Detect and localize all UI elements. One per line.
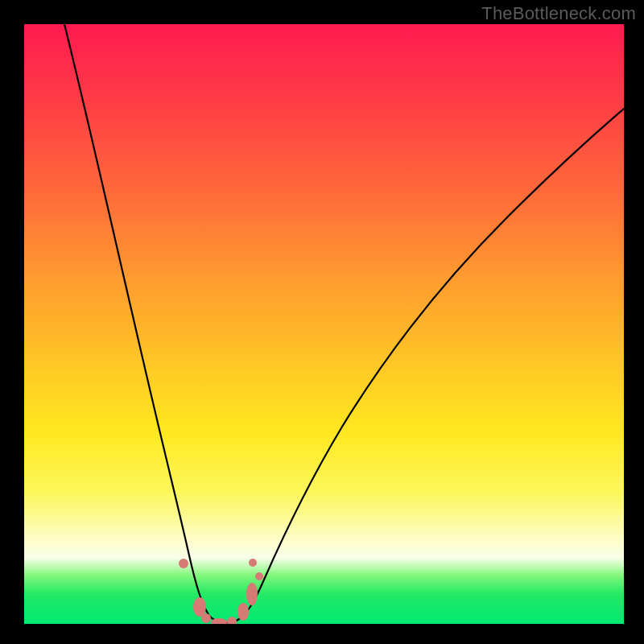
watermark-text: TheBottleneck.com	[481, 3, 636, 24]
marker-dot	[179, 559, 188, 568]
plot-area	[24, 24, 624, 624]
bottleneck-curve-svg	[24, 24, 624, 624]
marker-dot	[227, 617, 237, 624]
chart-frame: TheBottleneck.com	[0, 0, 644, 644]
marker-blob	[246, 583, 258, 605]
marker-dot	[249, 559, 257, 567]
marker-dot	[201, 613, 211, 623]
marker-blob	[237, 603, 249, 621]
marker-blob	[193, 597, 206, 617]
bottleneck-curve	[64, 24, 624, 623]
marker-dot	[255, 572, 263, 580]
